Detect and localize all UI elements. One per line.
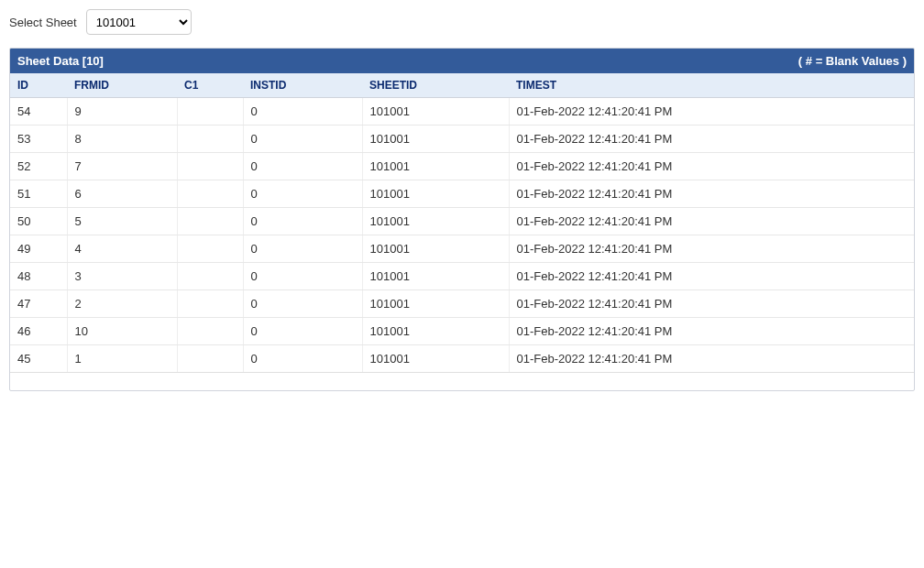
cell-id: 45	[10, 345, 67, 373]
cell-timest: 01-Feb-2022 12:41:20:41 PM	[509, 153, 914, 180]
col-header-c1[interactable]: C1	[177, 73, 243, 98]
cell-timest: 01-Feb-2022 12:41:20:41 PM	[509, 98, 914, 126]
cell-frmid: 2	[67, 290, 177, 318]
col-header-instid[interactable]: INSTID	[243, 73, 362, 98]
cell-instid: 0	[243, 126, 362, 153]
cell-id: 47	[10, 290, 67, 318]
col-header-sheetid[interactable]: SHEETID	[362, 73, 509, 98]
cell-id: 52	[10, 153, 67, 180]
cell-timest: 01-Feb-2022 12:41:20:41 PM	[509, 208, 914, 235]
cell-instid: 0	[243, 345, 362, 373]
cell-c1	[177, 235, 243, 263]
panel-blank-note: ( # = Blank Values )	[798, 54, 907, 68]
table-row[interactable]: 505010100101-Feb-2022 12:41:20:41 PM	[10, 208, 914, 235]
sheet-data-table: ID FRMID C1 INSTID SHEETID TIMEST 549010…	[10, 73, 914, 372]
cell-sheetid: 101001	[362, 153, 509, 180]
cell-sheetid: 101001	[362, 180, 509, 208]
col-header-timest[interactable]: TIMEST	[509, 73, 914, 98]
cell-sheetid: 101001	[362, 98, 509, 126]
cell-timest: 01-Feb-2022 12:41:20:41 PM	[509, 235, 914, 263]
cell-sheetid: 101001	[362, 263, 509, 290]
cell-frmid: 8	[67, 126, 177, 153]
table-row[interactable]: 494010100101-Feb-2022 12:41:20:41 PM	[10, 235, 914, 263]
cell-frmid: 4	[67, 235, 177, 263]
cell-frmid: 5	[67, 208, 177, 235]
panel-header: Sheet Data [10] ( # = Blank Values )	[10, 49, 914, 73]
cell-id: 51	[10, 180, 67, 208]
cell-sheetid: 101001	[362, 208, 509, 235]
cell-instid: 0	[243, 180, 362, 208]
cell-sheetid: 101001	[362, 290, 509, 318]
table-row[interactable]: 483010100101-Feb-2022 12:41:20:41 PM	[10, 263, 914, 290]
cell-c1	[177, 126, 243, 153]
cell-frmid: 9	[67, 98, 177, 126]
cell-c1	[177, 290, 243, 318]
cell-timest: 01-Feb-2022 12:41:20:41 PM	[509, 318, 914, 345]
table-row[interactable]: 516010100101-Feb-2022 12:41:20:41 PM	[10, 180, 914, 208]
cell-c1	[177, 263, 243, 290]
cell-sheetid: 101001	[362, 345, 509, 373]
cell-c1	[177, 345, 243, 373]
cell-id: 46	[10, 318, 67, 345]
table-body: 549010100101-Feb-2022 12:41:20:41 PM5380…	[10, 98, 914, 373]
cell-id: 54	[10, 98, 67, 126]
table-header-row: ID FRMID C1 INSTID SHEETID TIMEST	[10, 73, 914, 98]
cell-timest: 01-Feb-2022 12:41:20:41 PM	[509, 290, 914, 318]
cell-frmid: 1	[67, 345, 177, 373]
cell-c1	[177, 208, 243, 235]
cell-sheetid: 101001	[362, 318, 509, 345]
sheet-selector-row: Select Sheet 101001	[9, 9, 915, 35]
cell-c1	[177, 153, 243, 180]
table-row[interactable]: 472010100101-Feb-2022 12:41:20:41 PM	[10, 290, 914, 318]
cell-instid: 0	[243, 235, 362, 263]
table-row[interactable]: 4610010100101-Feb-2022 12:41:20:41 PM	[10, 318, 914, 345]
cell-c1	[177, 98, 243, 126]
cell-timest: 01-Feb-2022 12:41:20:41 PM	[509, 263, 914, 290]
panel-footer-space	[10, 372, 914, 390]
col-header-frmid[interactable]: FRMID	[67, 73, 177, 98]
cell-id: 53	[10, 126, 67, 153]
cell-instid: 0	[243, 263, 362, 290]
table-row[interactable]: 451010100101-Feb-2022 12:41:20:41 PM	[10, 345, 914, 373]
cell-instid: 0	[243, 290, 362, 318]
cell-id: 49	[10, 235, 67, 263]
cell-instid: 0	[243, 153, 362, 180]
cell-frmid: 6	[67, 180, 177, 208]
cell-c1	[177, 180, 243, 208]
table-row[interactable]: 538010100101-Feb-2022 12:41:20:41 PM	[10, 126, 914, 153]
cell-instid: 0	[243, 318, 362, 345]
cell-c1	[177, 318, 243, 345]
cell-instid: 0	[243, 208, 362, 235]
cell-frmid: 3	[67, 263, 177, 290]
cell-timest: 01-Feb-2022 12:41:20:41 PM	[509, 126, 914, 153]
sheet-select[interactable]: 101001	[86, 9, 192, 35]
cell-frmid: 10	[67, 318, 177, 345]
sheet-data-panel: Sheet Data [10] ( # = Blank Values ) ID …	[9, 48, 915, 391]
col-header-id[interactable]: ID	[10, 73, 67, 98]
cell-frmid: 7	[67, 153, 177, 180]
cell-id: 50	[10, 208, 67, 235]
cell-instid: 0	[243, 98, 362, 126]
cell-timest: 01-Feb-2022 12:41:20:41 PM	[509, 180, 914, 208]
cell-sheetid: 101001	[362, 126, 509, 153]
table-row[interactable]: 527010100101-Feb-2022 12:41:20:41 PM	[10, 153, 914, 180]
table-row[interactable]: 549010100101-Feb-2022 12:41:20:41 PM	[10, 98, 914, 126]
panel-title: Sheet Data [10]	[17, 54, 104, 68]
cell-id: 48	[10, 263, 67, 290]
cell-timest: 01-Feb-2022 12:41:20:41 PM	[509, 345, 914, 373]
cell-sheetid: 101001	[362, 235, 509, 263]
select-sheet-label: Select Sheet	[9, 16, 77, 29]
